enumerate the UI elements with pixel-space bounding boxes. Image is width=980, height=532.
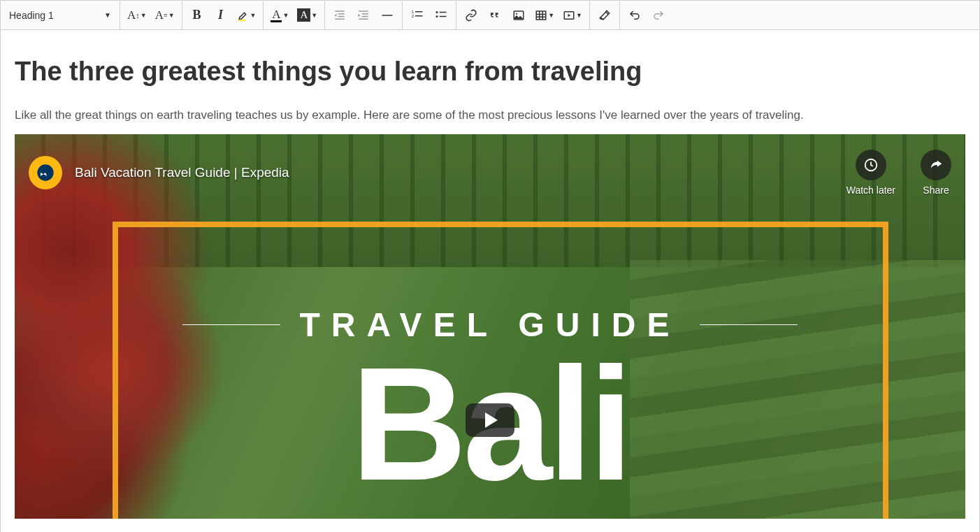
numbered-list-button[interactable]: 12 <box>405 3 429 27</box>
video-title[interactable]: Bali Vacation Travel Guide | Expedia <box>75 165 289 180</box>
svg-point-6 <box>436 11 438 13</box>
bulleted-list-icon <box>435 9 447 22</box>
horizontal-line-icon <box>381 9 394 22</box>
chevron-down-icon: ▼ <box>168 12 175 19</box>
watch-later-label: Watch later <box>846 185 895 196</box>
eraser-icon <box>598 9 611 22</box>
highlight-button[interactable]: ▼ <box>233 3 261 27</box>
svg-rect-8 <box>440 11 447 13</box>
undo-icon <box>628 9 641 22</box>
font-size-icon: A↕ <box>127 8 140 22</box>
undo-button[interactable] <box>623 3 647 27</box>
svg-rect-0 <box>238 20 246 21</box>
separator <box>619 1 620 29</box>
indent-icon <box>357 9 370 22</box>
play-button[interactable] <box>466 403 514 437</box>
numbered-list-icon: 12 <box>411 9 424 22</box>
bold-button[interactable]: B <box>185 3 209 27</box>
media-icon <box>563 9 575 22</box>
toolbar: Heading 1 ▼ A↕ ▼ A≡ ▼ B I ▼ A <box>1 1 979 30</box>
font-size-button[interactable]: A↕ ▼ <box>123 3 151 27</box>
separator <box>456 1 456 29</box>
share-button[interactable]: Share <box>921 150 951 196</box>
svg-text:1: 1 <box>412 10 415 14</box>
chevron-down-icon: ▼ <box>311 12 317 19</box>
quote-icon <box>489 9 501 22</box>
svg-rect-4 <box>415 11 423 13</box>
font-color-icon: A <box>271 8 282 22</box>
blockquote-button[interactable] <box>483 3 507 27</box>
outdent-icon <box>333 9 346 22</box>
italic-icon: I <box>218 8 223 22</box>
video-header: Bali Vacation Travel Guide | Expedia Wat… <box>29 150 951 196</box>
image-icon <box>512 9 525 22</box>
horizontal-line-button[interactable] <box>375 3 399 27</box>
svg-point-7 <box>436 15 438 17</box>
separator <box>402 1 403 29</box>
play-icon <box>485 412 498 428</box>
document-paragraph[interactable]: Like all the great things on earth trave… <box>15 106 965 124</box>
chevron-down-icon: ▼ <box>548 12 554 19</box>
svg-point-11 <box>516 13 517 14</box>
bulleted-list-button[interactable] <box>429 3 453 27</box>
rich-text-editor: Heading 1 ▼ A↕ ▼ A≡ ▼ B I ▼ A <box>0 0 980 532</box>
link-button[interactable] <box>459 3 483 27</box>
heading-dropdown[interactable]: Heading 1 ▼ <box>3 3 117 27</box>
link-icon <box>465 9 477 22</box>
chevron-down-icon: ▼ <box>250 12 257 19</box>
chevron-down-icon: ▼ <box>282 12 289 19</box>
font-background-icon: A <box>297 8 310 22</box>
font-family-icon: A≡ <box>155 8 168 22</box>
video-embed[interactable]: Bali Vacation Travel Guide | Expedia Wat… <box>15 134 965 519</box>
separator <box>263 1 264 29</box>
svg-rect-9 <box>440 15 447 17</box>
svg-rect-5 <box>415 15 423 17</box>
redo-button[interactable] <box>647 3 670 27</box>
chevron-down-icon: ▼ <box>576 12 582 19</box>
remove-format-button[interactable] <box>593 3 617 27</box>
redo-icon <box>652 9 665 22</box>
separator <box>182 1 182 29</box>
clock-icon <box>863 157 879 173</box>
expedia-logo-icon <box>36 163 55 182</box>
svg-rect-12 <box>536 11 546 20</box>
highlight-icon <box>237 9 250 22</box>
editor-content[interactable]: The three greatest things you learn from… <box>1 30 979 532</box>
separator <box>589 1 590 29</box>
watch-later-button[interactable]: Watch later <box>846 150 895 196</box>
heading-dropdown-label: Heading 1 <box>9 10 54 21</box>
share-icon <box>928 157 944 173</box>
font-color-button[interactable]: A ▼ <box>266 3 293 27</box>
indent-button[interactable] <box>352 3 375 27</box>
outdent-button[interactable] <box>328 3 352 27</box>
image-button[interactable] <box>507 3 531 27</box>
bold-icon: B <box>193 8 201 22</box>
chevron-down-icon: ▼ <box>104 11 111 19</box>
share-label: Share <box>923 185 949 196</box>
font-background-button[interactable]: A ▼ <box>293 3 322 27</box>
svg-text:2: 2 <box>412 14 415 18</box>
media-button[interactable]: ▼ <box>559 3 586 27</box>
separator <box>120 1 120 29</box>
svg-rect-1 <box>382 15 393 16</box>
chevron-down-icon: ▼ <box>140 12 147 19</box>
table-icon <box>535 9 547 22</box>
channel-avatar[interactable] <box>29 156 62 189</box>
separator <box>324 1 325 29</box>
document-heading[interactable]: The three greatest things you learn from… <box>15 57 965 87</box>
font-family-button[interactable]: A≡ ▼ <box>151 3 179 27</box>
italic-button[interactable]: I <box>209 3 233 27</box>
table-button[interactable]: ▼ <box>531 3 559 27</box>
